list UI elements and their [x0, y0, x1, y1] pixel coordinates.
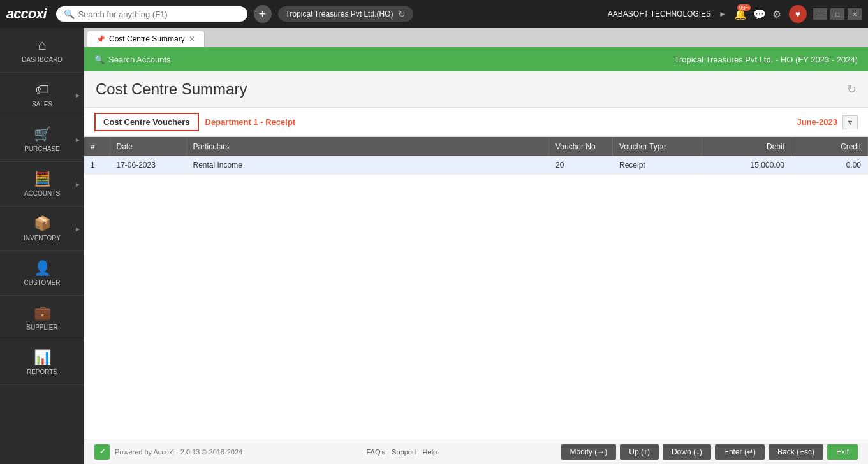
sidebar-label-supplier: SUPPLIER	[26, 324, 57, 331]
cost-centre-vouchers-tab[interactable]: Cost Centre Vouchers	[94, 113, 199, 131]
tab-bar: 📌 Cost Centre Summary ✕	[84, 28, 868, 47]
add-button[interactable]: +	[254, 5, 272, 23]
accoxi-logo-icon: ✓	[94, 444, 110, 460]
support-link[interactable]: Support	[392, 448, 416, 456]
search-bar[interactable]: 🔍	[56, 6, 247, 22]
voucher-header-left: Cost Centre Vouchers Department 1 - Rece…	[94, 113, 302, 131]
table-header-row: # Date Particulars Voucher No Voucher Ty…	[84, 137, 868, 156]
down-button[interactable]: Down (↓)	[663, 444, 711, 460]
back-button[interactable]: Back (Esc)	[769, 444, 823, 460]
cell-voucher-type: Receipt	[613, 156, 702, 175]
username-label: AABASOFT TECHNOLOGIES	[608, 10, 711, 18]
table-wrapper: # Date Particulars Voucher No Voucher Ty…	[84, 137, 868, 439]
content-area: 📌 Cost Centre Summary ✕ 🔍 Search Account…	[84, 28, 868, 464]
sidebar-item-sales[interactable]: 🏷 SALES ►	[0, 73, 84, 117]
sidebar-label-dashboard: DASHBOARD	[22, 56, 62, 63]
cell-particulars: Rental Income	[186, 156, 549, 175]
window-controls: — □ ✕	[813, 8, 862, 20]
tab-close-icon[interactable]: ✕	[189, 34, 195, 43]
enter-button[interactable]: Enter (↵)	[715, 444, 765, 460]
page-header: Cost Centre Summary ↻	[84, 71, 868, 108]
help-link[interactable]: Help	[423, 448, 438, 456]
message-icon[interactable]: 💬	[753, 8, 766, 20]
topbar-right: AABASOFT TECHNOLOGIES ► 🔔 99+ 💬 ⚙ ♥	[608, 5, 807, 23]
sales-icon: 🏷	[35, 82, 49, 98]
col-header-date: Date	[110, 137, 186, 156]
voucher-header: Cost Centre Vouchers Department 1 - Rece…	[84, 108, 868, 137]
sidebar-label-accounts: ACCOUNTS	[24, 190, 60, 197]
month-label: June-2023	[797, 117, 837, 127]
powered-by-label: Powered by Accoxi - 2.0.13 © 2018-2024	[115, 448, 242, 456]
footer: ✓ Powered by Accoxi - 2.0.13 © 2018-2024…	[84, 439, 868, 464]
exit-button[interactable]: Exit	[827, 444, 858, 460]
purchase-icon: 🛒	[34, 126, 51, 143]
dashboard-icon: ⌂	[38, 37, 46, 54]
sidebar-item-dashboard[interactable]: ⌂ DASHBOARD	[0, 28, 84, 73]
filter-icon: ▿	[848, 118, 852, 127]
sidebar-item-accounts[interactable]: 🧮 ACCOUNTS ►	[0, 162, 84, 207]
col-header-debit: Debit	[702, 137, 791, 156]
cell-voucher-no: 20	[549, 156, 613, 175]
user-avatar[interactable]: ♥	[789, 5, 807, 23]
department-label: Department 1 - Receipt	[199, 114, 302, 130]
notification-badge: 99+	[737, 4, 751, 11]
sidebar-label-reports: REPORTS	[27, 368, 57, 375]
cell-date: 17-06-2023	[110, 156, 186, 175]
up-button[interactable]: Up (↑)	[620, 444, 659, 460]
reports-icon: 📊	[34, 349, 51, 366]
search-accounts-button[interactable]: 🔍 Search Accounts	[94, 55, 171, 64]
company-name: Tropical Treasures Pvt Ltd.(HO)	[286, 10, 394, 18]
cell-debit: 15,000.00	[702, 156, 791, 175]
topbar: accoxi 🔍 + Tropical Treasures Pvt Ltd.(H…	[0, 0, 868, 28]
company-selector[interactable]: Tropical Treasures Pvt Ltd.(HO) ↻	[278, 6, 414, 22]
footer-links: FAQ's Support Help	[366, 448, 437, 456]
search-input[interactable]	[78, 10, 240, 19]
faq-link[interactable]: FAQ's	[366, 448, 385, 456]
company-info-label: Tropical Treasures Pvt Ltd. - HO (FY 202…	[674, 55, 858, 64]
app-logo: accoxi	[6, 6, 47, 22]
sidebar-item-purchase[interactable]: 🛒 PURCHASE ►	[0, 117, 84, 162]
minimize-button[interactable]: —	[813, 8, 827, 20]
sidebar-label-customer: CUSTOMER	[24, 279, 60, 286]
table-body: 1 17-06-2023 Rental Income 20 Receipt 15…	[84, 156, 868, 175]
purchase-arrow-icon: ►	[75, 136, 81, 143]
customer-icon: 👤	[34, 260, 51, 277]
col-header-particulars: Particulars	[186, 137, 549, 156]
inventory-arrow-icon: ►	[75, 225, 81, 232]
sidebar-item-customer[interactable]: 👤 CUSTOMER	[0, 251, 84, 296]
notification-icon[interactable]: 🔔 99+	[734, 8, 747, 20]
refresh-icon[interactable]: ↻	[398, 9, 406, 19]
sidebar-item-reports[interactable]: 📊 REPORTS	[0, 340, 84, 385]
col-header-credit: Credit	[791, 137, 868, 156]
col-header-voucher-type: Voucher Type	[613, 137, 702, 156]
tab-cost-centre-summary[interactable]: 📌 Cost Centre Summary ✕	[87, 31, 205, 47]
page-content: Cost Centre Summary ↻ Cost Centre Vouche…	[84, 71, 868, 439]
sidebar-item-inventory[interactable]: 📦 INVENTORY ►	[0, 207, 84, 251]
search-accounts-icon: 🔍	[94, 55, 105, 64]
col-header-num: #	[84, 137, 110, 156]
topbar-icons: 🔔 99+ 💬 ⚙	[734, 8, 781, 20]
inventory-icon: 📦	[34, 215, 51, 232]
sidebar-label-inventory: INVENTORY	[24, 235, 61, 242]
accounts-icon: 🧮	[34, 171, 51, 187]
close-button[interactable]: ✕	[848, 8, 862, 20]
sidebar: ⌂ DASHBOARD 🏷 SALES ► 🛒 PURCHASE ► 🧮 ACC…	[0, 28, 84, 464]
refresh-button[interactable]: ↻	[847, 82, 857, 96]
arrow-icon: ►	[719, 10, 726, 18]
tab-label: Cost Centre Summary	[109, 34, 185, 43]
footer-actions: Modify (→) Up (↑) Down (↓) Enter (↵) Bac…	[561, 444, 858, 460]
settings-icon[interactable]: ⚙	[772, 8, 781, 20]
accounts-arrow-icon: ►	[75, 180, 81, 187]
cell-credit: 0.00	[791, 156, 868, 175]
sales-arrow-icon: ►	[75, 91, 81, 98]
table-row[interactable]: 1 17-06-2023 Rental Income 20 Receipt 15…	[84, 156, 868, 175]
maximize-button[interactable]: □	[830, 8, 844, 20]
search-accounts-label: Search Accounts	[108, 55, 171, 64]
filter-button[interactable]: ▿	[842, 115, 858, 129]
voucher-tab-label: Cost Centre Vouchers	[103, 117, 190, 127]
sidebar-label-purchase: PURCHASE	[24, 145, 60, 152]
sidebar-item-supplier[interactable]: 💼 SUPPLIER	[0, 296, 84, 340]
modify-button[interactable]: Modify (→)	[561, 444, 617, 460]
sidebar-label-sales: SALES	[32, 101, 52, 108]
vouchers-table: # Date Particulars Voucher No Voucher Ty…	[84, 137, 868, 175]
